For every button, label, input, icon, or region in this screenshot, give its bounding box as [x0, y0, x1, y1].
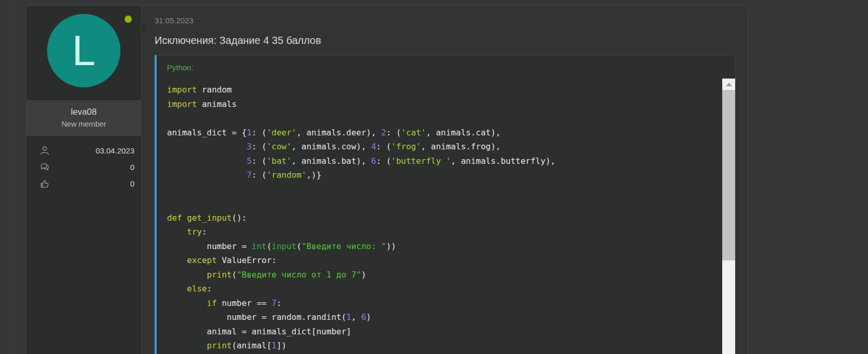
member-icon	[39, 145, 50, 156]
message-bubble-arrow	[142, 21, 146, 33]
stat-row-messages: 0	[39, 159, 134, 175]
online-status-dot	[125, 16, 132, 23]
code-language-label: Python:	[157, 55, 735, 79]
avatar-area: L	[26, 6, 141, 100]
post-date-link[interactable]: 31.05.2023	[155, 16, 736, 25]
avatar-letter: L	[72, 29, 96, 72]
likes-count: 0	[130, 179, 134, 188]
author-cell: L leva08 New member 03.04.2023 0	[26, 6, 142, 354]
post-title: Исключения: Задание 4 35 баллов	[155, 34, 736, 47]
avatar[interactable]: L	[47, 14, 120, 87]
page-left-divider	[12, 0, 13, 354]
stat-row-joined: 03.04.2023	[39, 142, 134, 159]
likes-icon	[39, 178, 50, 189]
forum-page: { "post": { "date": "31.05.2023", "title…	[0, 0, 868, 354]
code-scrollbar[interactable]	[722, 79, 735, 354]
stat-row-likes: 0	[39, 175, 134, 192]
username-link[interactable]: leva08	[31, 107, 137, 117]
scrollbar-thumb[interactable]	[722, 90, 735, 260]
post-card: L leva08 New member 03.04.2023 0	[26, 5, 748, 354]
code-block: Python: import randomimport animalsanima…	[155, 55, 736, 354]
messages-count: 0	[130, 163, 134, 172]
message-content-cell: 31.05.2023 Исключения: Задание 4 35 балл…	[142, 6, 749, 354]
scroll-up-arrow-icon	[726, 83, 732, 86]
user-title-block: leva08 New member	[26, 100, 141, 136]
user-role: New member	[31, 120, 137, 128]
scroll-up-button[interactable]	[722, 79, 735, 90]
joined-date: 03.04.2023	[96, 146, 134, 155]
code-text: import randomimport animalsanimals_dict …	[157, 79, 722, 354]
code-viewport: import randomimport animalsanimals_dict …	[157, 79, 735, 354]
messages-icon	[39, 162, 50, 173]
user-stats: 03.04.2023 0 0	[26, 136, 141, 192]
